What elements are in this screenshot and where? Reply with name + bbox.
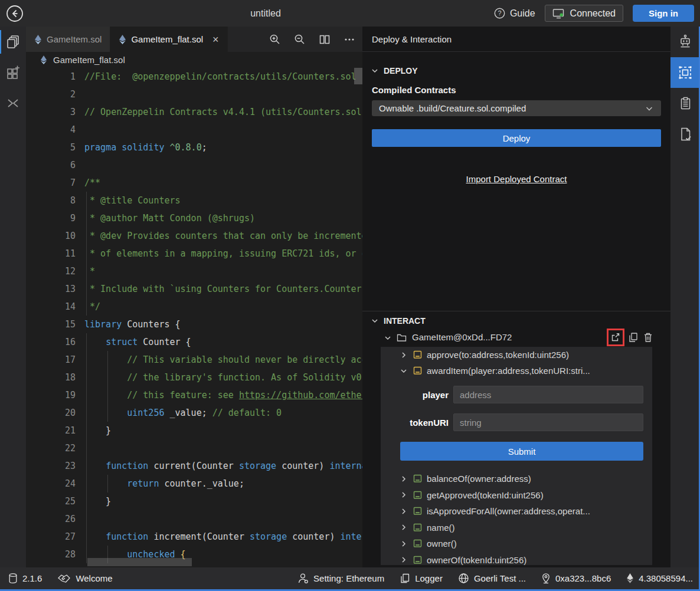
function-row-awardItem[interactable]: awardItem(player:address,tokenURI:stri..…: [381, 363, 652, 379]
code-line[interactable]: 18 // the library's function. As of Soli…: [26, 369, 362, 386]
code-line[interactable]: 27 function increment(Counter storage co…: [26, 528, 362, 546]
contract-label: GameItem@0xDd...FD72: [412, 332, 512, 342]
sign-in-button[interactable]: Sign in: [633, 5, 694, 22]
code-line[interactable]: 10 * @dev Provides counters that can onl…: [26, 227, 362, 245]
import-deployed-contract-link[interactable]: Import Deployed Contract: [362, 174, 670, 184]
network-label: Goerli Test ...: [474, 573, 526, 583]
sidebar-item-explorer[interactable]: [0, 27, 26, 57]
function-row-name[interactable]: name(): [381, 520, 652, 536]
sidebar-item-collapse[interactable]: [0, 88, 26, 119]
function-row-isApprovedForAll[interactable]: isApprovedForAll(owner:address,operat...: [381, 503, 652, 520]
code-line[interactable]: 22: [26, 439, 362, 457]
network-setting-status[interactable]: Setting: Ethereum: [297, 573, 384, 584]
function-row-ownerOf[interactable]: ownerOf(tokenId:uint256): [381, 552, 652, 566]
version-status[interactable]: 2.1.6: [8, 573, 42, 584]
welcome-status[interactable]: Welcome: [57, 573, 112, 584]
function-row-approve[interactable]: approve(to:address,tokenId:uint256): [381, 347, 652, 363]
line-number: 25: [26, 493, 76, 510]
code-line[interactable]: 19 // this feature: see https://github.c…: [26, 386, 362, 404]
code-line[interactable]: 4: [26, 121, 362, 139]
function-row-balanceOf[interactable]: balanceOf(owner:address): [381, 471, 652, 487]
chevron-right-icon[interactable]: [400, 475, 408, 483]
account-status[interactable]: 0xa323...8bc6: [541, 573, 611, 584]
code-line[interactable]: 25 }: [26, 493, 362, 510]
zoom-out-icon[interactable]: [294, 34, 306, 45]
code-line[interactable]: 15library Counters {: [26, 316, 362, 333]
code-line[interactable]: 28 unchecked {: [26, 546, 362, 563]
code-editor[interactable]: 1//File: @openzeppelin/contracts/utils/C…: [26, 68, 362, 567]
panel-item-deploy-interaction[interactable]: [670, 57, 700, 88]
sidebar-item-plugins[interactable]: [0, 57, 26, 88]
chevron-right-icon[interactable]: [400, 507, 408, 516]
tokenURI-input[interactable]: [453, 413, 643, 431]
copy-icon[interactable]: [628, 332, 638, 343]
code-line[interactable]: 23 function current(Counter storage coun…: [26, 457, 362, 475]
user-icon: [297, 573, 309, 584]
player-input[interactable]: [453, 386, 643, 403]
close-tab-icon[interactable]: ×: [212, 34, 219, 45]
code-line[interactable]: 16 struct Counter {: [26, 333, 362, 351]
code-text: // OpenZeppelin Contracts v4.4.1 (utils/…: [84, 103, 362, 121]
balance-status[interactable]: 4.38058594...: [626, 573, 693, 584]
logger-status[interactable]: Logger: [400, 573, 443, 584]
code-line[interactable]: 8 * @title Counters: [26, 192, 362, 209]
chevron-down-icon[interactable]: [400, 367, 408, 375]
trash-icon[interactable]: [643, 332, 653, 343]
param-label: player: [381, 390, 449, 400]
chevron-right-icon[interactable]: [400, 351, 408, 359]
tab-gameitem-sol[interactable]: GameItem.sol: [26, 27, 110, 52]
code-line[interactable]: 1//File: @openzeppelin/contracts/utils/C…: [26, 68, 362, 86]
code-line[interactable]: 17 // This variable should never be dire…: [26, 351, 362, 369]
deploy-section-header[interactable]: DEPLOY: [362, 66, 670, 75]
guide-button[interactable]: ? Guide: [494, 8, 535, 19]
panel-item-audit[interactable]: [670, 119, 700, 149]
more-actions-icon[interactable]: [344, 34, 355, 45]
chevron-right-icon[interactable]: [400, 556, 408, 564]
editor-vertical-scrollbar[interactable]: [354, 68, 362, 84]
editor-horizontal-scrollbar[interactable]: [87, 558, 192, 566]
code-line[interactable]: 11 * of elements in a mapping, issuing E…: [26, 245, 362, 262]
interact-section-header[interactable]: INTERACT: [362, 316, 670, 326]
code-line[interactable]: 2: [26, 86, 362, 103]
connected-button[interactable]: Connected: [545, 5, 623, 22]
chevron-right-icon[interactable]: [400, 491, 408, 499]
panel-item-bot[interactable]: [670, 27, 700, 57]
chevron-right-icon[interactable]: [400, 540, 408, 548]
split-editor-icon[interactable]: [319, 34, 331, 45]
tab-gameitem-flat-sol[interactable]: GameItem_flat.sol ×: [110, 27, 227, 52]
code-line[interactable]: 9 * @author Matt Condon (@shrugs): [26, 209, 362, 227]
code-text: function increment(Counter storage count…: [84, 528, 362, 546]
code-line[interactable]: 24 return counter._value;: [26, 475, 362, 493]
code-line[interactable]: 12 *: [26, 262, 362, 280]
chevron-down-icon[interactable]: [384, 334, 392, 342]
contract-tree-item[interactable]: GameItem@0xDd...FD72: [362, 329, 670, 347]
line-number: 12: [26, 262, 76, 280]
code-line[interactable]: 6: [26, 156, 362, 174]
compiled-contract-select[interactable]: Ownable .build/Creature.sol.compiled: [372, 100, 661, 116]
network-status[interactable]: Goerli Test ...: [458, 573, 526, 584]
code-line[interactable]: 5pragma solidity ^0.8.0;: [26, 139, 362, 156]
code-line[interactable]: 14 */: [26, 298, 362, 316]
code-line[interactable]: 3// OpenZeppelin Contracts v4.4.1 (utils…: [26, 103, 362, 121]
zoom-in-icon[interactable]: [269, 34, 281, 45]
line-number: 22: [26, 439, 76, 457]
chevron-right-icon[interactable]: [400, 523, 408, 531]
panel-title: Deploy & Interaction: [362, 27, 670, 52]
code-line[interactable]: 21 }: [26, 422, 362, 439]
function-row-owner[interactable]: owner(): [381, 536, 652, 552]
code-line[interactable]: 13 * Include with `using Counters for Co…: [26, 280, 362, 298]
code-line[interactable]: 26: [26, 510, 362, 528]
submit-button[interactable]: Submit: [400, 442, 643, 461]
line-number: 20: [26, 404, 76, 422]
editor-tab-bar: GameItem.sol GameItem_flat.sol ×: [26, 27, 362, 52]
deploy-button[interactable]: Deploy: [372, 129, 661, 147]
panel-item-tasks[interactable]: [670, 88, 700, 119]
indent-guide: [86, 439, 87, 457]
breadcrumb[interactable]: GameItem_flat.sol: [26, 52, 362, 68]
bot-icon: [678, 34, 693, 50]
param-label: tokenURI: [381, 418, 449, 428]
open-external-icon[interactable]: [610, 333, 621, 342]
code-line[interactable]: 7/**: [26, 174, 362, 192]
code-line[interactable]: 20 uint256 _value; // default: 0: [26, 404, 362, 422]
function-row-getApproved[interactable]: getApproved(tokenId:uint256): [381, 487, 652, 504]
